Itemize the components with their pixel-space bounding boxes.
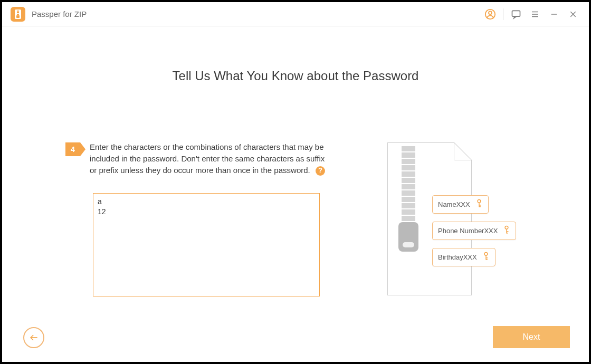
svg-point-22 xyxy=(484,252,488,255)
separator xyxy=(503,8,503,20)
feedback-icon[interactable] xyxy=(507,5,526,24)
step-number-badge: 4 xyxy=(65,142,80,156)
app-window: Passper for ZIP Tell Us What You Know ab… xyxy=(2,2,589,362)
page-heading: Tell Us What You Know about the Password xyxy=(2,69,589,83)
minimize-button[interactable] xyxy=(545,5,564,24)
svg-rect-2 xyxy=(17,12,19,13)
svg-point-18 xyxy=(506,226,509,229)
instruction-text: Enter the characters or the combinations… xyxy=(90,142,325,175)
back-button[interactable] xyxy=(23,327,44,348)
hint-tag-label: NameXXX xyxy=(438,200,470,208)
hint-tag-label: Phone NumberXXX xyxy=(438,227,498,235)
content-area: Tell Us What You Know about the Password… xyxy=(2,26,589,362)
svg-point-6 xyxy=(489,11,492,14)
menu-icon[interactable] xyxy=(526,5,545,24)
illustration: NameXXX Phone NumberXXX BirthdayXXX xyxy=(382,142,530,301)
zipper-icon xyxy=(398,222,418,252)
key-icon xyxy=(503,225,510,236)
svg-rect-3 xyxy=(17,14,19,15)
hint-tag: NameXXX xyxy=(432,195,489,214)
account-icon[interactable] xyxy=(481,5,500,24)
step-row: 4 Enter the characters or the combinatio… xyxy=(65,141,329,176)
key-icon xyxy=(475,199,483,210)
app-logo-icon xyxy=(11,7,25,22)
step-instruction: Enter the characters or the combinations… xyxy=(90,141,329,176)
hint-tag: BirthdayXXX xyxy=(432,248,495,266)
characters-input[interactable] xyxy=(93,193,320,296)
svg-point-14 xyxy=(478,199,481,203)
app-title: Passper for ZIP xyxy=(32,9,87,18)
svg-rect-4 xyxy=(16,15,20,18)
svg-rect-1 xyxy=(17,11,19,12)
svg-rect-7 xyxy=(512,11,520,16)
next-button[interactable]: Next xyxy=(493,326,570,348)
document-graphic xyxy=(387,142,472,295)
hint-tag-label: BirthdayXXX xyxy=(438,253,477,261)
hint-tag: Phone NumberXXX xyxy=(432,222,516,240)
key-icon xyxy=(482,252,490,263)
title-bar: Passper for ZIP xyxy=(2,2,589,26)
close-button[interactable] xyxy=(564,5,583,24)
help-icon[interactable]: ? xyxy=(316,166,325,176)
